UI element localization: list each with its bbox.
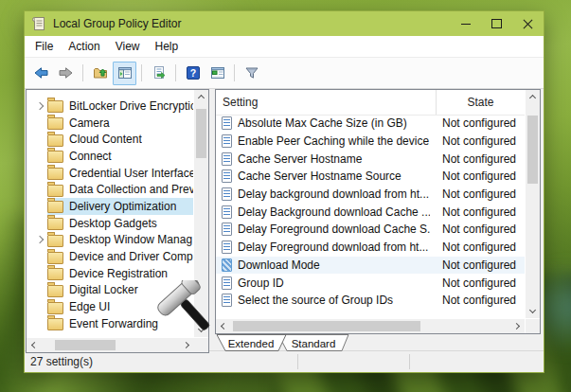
- forward-icon: [58, 65, 74, 80]
- setting-row-delay-background-download-cache[interactable]: Delay Background download Cache ...Not c…: [216, 203, 525, 221]
- tree-item-device-and-driver-comp[interactable]: Device and Driver Comp: [27, 248, 193, 265]
- tree-row-content: Device and Driver Comp: [47, 248, 193, 265]
- setting-row-delay-background-download-from-ht[interactable]: Delay background download from ht...Not …: [216, 186, 525, 204]
- expand-chevron-icon[interactable]: [32, 237, 47, 242]
- settings-list: Absolute Max Cache Size (in GB)Not confi…: [216, 115, 525, 318]
- setting-name: Download Mode: [238, 258, 430, 272]
- chevron-right-icon: [513, 323, 520, 330]
- setting-state: Not configured: [430, 241, 516, 254]
- tree-item-label: Desktop Gadgets: [69, 217, 157, 230]
- folder-icon: [47, 235, 63, 247]
- show-console-tree-button[interactable]: [113, 62, 136, 85]
- scroll-thumb[interactable]: [196, 109, 206, 158]
- setting-row-download-mode[interactable]: Download ModeNot configured: [216, 257, 525, 275]
- setting-name: Cache Server Hostname Source: [238, 169, 430, 183]
- tab-standard[interactable]: Standard: [278, 335, 348, 351]
- setting-name: Delay Background download Cache ...: [238, 205, 430, 219]
- menu-item-view[interactable]: View: [108, 37, 148, 56]
- setting-state: Not configured: [430, 116, 516, 130]
- setting-row-absolute-max-cache-size-in-gb[interactable]: Absolute Max Cache Size (in GB)Not confi…: [216, 115, 525, 133]
- setting-row-select-the-source-of-group-ids[interactable]: Select the source of Group IDsNot config…: [216, 292, 525, 310]
- tree-item-camera[interactable]: Camera: [27, 115, 193, 132]
- tree-item-desktop-window-manag[interactable]: Desktop Window Manag: [27, 232, 193, 249]
- filter-button[interactable]: [240, 62, 263, 85]
- setting-row-group-id[interactable]: Group IDNot configured: [216, 274, 525, 292]
- back-button[interactable]: [29, 62, 53, 85]
- tree-item-desktop-gadgets[interactable]: Desktop Gadgets: [27, 215, 193, 232]
- folder-icon: [47, 285, 63, 297]
- back-icon: [33, 65, 49, 80]
- tree-row-content: Cloud Content: [47, 131, 193, 148]
- list-horizontal-scrollbar[interactable]: [216, 319, 525, 333]
- expand-chevron-icon[interactable]: [32, 103, 47, 109]
- status-pane-3: [409, 354, 544, 368]
- gpedit-scroll-icon: [31, 16, 46, 31]
- folder-icon: [47, 252, 63, 264]
- tree-item-bitlocker-drive-encryptio[interactable]: BitLocker Drive Encryptio: [27, 98, 193, 115]
- setting-name: Delay Foreground download Cache S...: [238, 223, 430, 236]
- minimize-button[interactable]: [450, 11, 481, 36]
- setting-state: Not configured: [430, 258, 516, 272]
- menu-item-file[interactable]: File: [27, 37, 61, 56]
- tree-item-credential-user-interface[interactable]: Credential User Interface: [27, 165, 193, 182]
- forward-button[interactable]: [54, 62, 78, 85]
- scroll-left-button[interactable]: [27, 338, 41, 352]
- scroll-up-button[interactable]: [526, 90, 540, 104]
- tree-item-device-registration[interactable]: Device Registration: [27, 265, 193, 282]
- setting-state: Not configured: [430, 223, 516, 236]
- toolbar-separator: [141, 64, 142, 81]
- chevron-right-icon: [183, 342, 189, 348]
- list-header: Setting State: [216, 90, 525, 116]
- folder-icon: [47, 168, 63, 180]
- scroll-thumb[interactable]: [233, 321, 420, 331]
- setting-name: Absolute Max Cache Size (in GB): [238, 116, 430, 130]
- show-action-pane-button[interactable]: [205, 62, 229, 85]
- menu-item-help[interactable]: Help: [148, 37, 187, 56]
- scroll-thumb[interactable]: [527, 116, 538, 184]
- scroll-down-button[interactable]: [526, 304, 540, 318]
- setting-row-delay-foreground-download-from-ht[interactable]: Delay Foreground download from ht...Not …: [216, 239, 525, 257]
- scroll-up-button[interactable]: [194, 90, 208, 104]
- tree-item-label: BitLocker Drive Encryptio: [69, 99, 193, 113]
- svg-text:Extended: Extended: [228, 338, 275, 349]
- tree-item-label: Delivery Optimization: [69, 200, 176, 213]
- close-icon: [523, 19, 533, 29]
- menu-item-action[interactable]: Action: [61, 37, 107, 56]
- chevron-right-icon: [36, 236, 44, 243]
- statusbar: 27 setting(s): [25, 350, 544, 372]
- column-header-state[interactable]: State: [436, 90, 525, 115]
- setting-row-enable-peer-caching-while-the-device[interactable]: Enable Peer Caching while the device...N…: [216, 133, 525, 151]
- tree-item-label: Device and Driver Comp: [69, 250, 193, 263]
- tree-item-data-collection-and-prev[interactable]: Data Collection and Prev: [27, 181, 193, 198]
- setting-row-cache-server-hostname-source[interactable]: Cache Server Hostname SourceNot configur…: [216, 168, 525, 186]
- setting-row-delay-foreground-download-cache-s[interactable]: Delay Foreground download Cache S...Not …: [216, 221, 525, 239]
- setting-state: Not configured: [430, 294, 516, 307]
- scroll-right-button[interactable]: [510, 319, 525, 333]
- help-button[interactable]: ?: [181, 62, 205, 85]
- scroll-thumb[interactable]: [55, 340, 116, 350]
- tree-horizontal-scrollbar[interactable]: [27, 338, 194, 352]
- tree-item-label: Digital Locker: [69, 283, 138, 296]
- list-vertical-scrollbar[interactable]: [526, 90, 540, 318]
- maximize-button[interactable]: [481, 11, 512, 36]
- setting-state: Not configured: [430, 152, 516, 166]
- up-one-level-button[interactable]: [88, 62, 112, 85]
- tree-item-delivery-optimization[interactable]: Delivery Optimization: [27, 198, 193, 215]
- scroll-right-button[interactable]: [180, 338, 194, 352]
- policy-setting-icon: [222, 241, 232, 254]
- tree-item-cloud-content[interactable]: Cloud Content: [27, 131, 193, 148]
- column-header-setting[interactable]: Setting: [216, 96, 436, 109]
- show-action-pane-icon: [210, 65, 225, 80]
- setting-row-cache-server-hostname[interactable]: Cache Server HostnameNot configured: [216, 150, 525, 168]
- tab-extended[interactable]: Extended: [217, 335, 286, 351]
- close-button[interactable]: [512, 11, 544, 36]
- tree-item-connect[interactable]: Connect: [27, 148, 193, 165]
- policy-setting-icon: [222, 134, 232, 148]
- main-area: BitLocker Drive EncryptioCameraCloud Con…: [25, 89, 544, 350]
- titlebar: Local Group Policy Editor: [25, 11, 544, 36]
- export-list-button[interactable]: [147, 62, 170, 85]
- tree-item-label: Camera: [69, 116, 110, 130]
- setting-state: Not configured: [430, 169, 516, 183]
- tree-row-content: BitLocker Drive Encryptio: [47, 98, 193, 115]
- folder-icon: [47, 302, 63, 314]
